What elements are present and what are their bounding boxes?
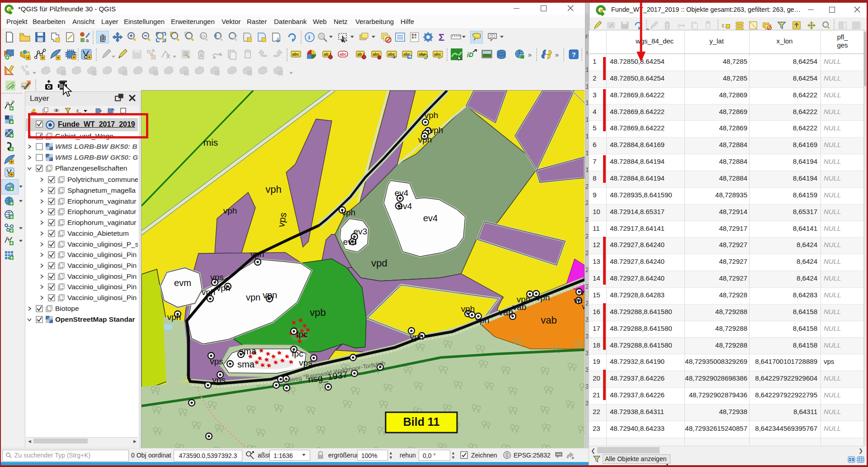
svg-text:vps: vps	[299, 358, 312, 367]
svg-text:ev3: ev3	[354, 227, 368, 236]
svg-text:vpn: vpn	[246, 292, 260, 302]
svg-text:v: v	[580, 288, 585, 297]
svg-text:ε: ε	[722, 22, 725, 29]
svg-text:vpd: vpd	[371, 257, 387, 269]
svg-text:vph: vph	[250, 249, 264, 259]
svg-text:?: ?	[572, 51, 576, 58]
svg-text:vpb: vpb	[310, 307, 326, 318]
svg-text:ab: ab	[357, 52, 362, 57]
svg-text:mis: mis	[203, 137, 218, 148]
svg-text:vpn: vpn	[263, 290, 277, 300]
svg-text:1:1: 1:1	[201, 34, 205, 38]
svg-text:vph: vph	[217, 283, 231, 293]
svg-text:vph: vph	[342, 208, 356, 217]
svg-text:vab: vab	[541, 315, 557, 326]
svg-text:ab: ab	[324, 52, 329, 57]
svg-text:iD: iD	[467, 51, 473, 58]
svg-text:vph: vph	[223, 206, 237, 215]
svg-text:ev3: ev3	[343, 237, 357, 247]
svg-text:ev4: ev4	[398, 201, 412, 211]
svg-text:sma: sma	[239, 346, 257, 356]
svg-text:abc: abc	[292, 52, 299, 57]
svg-text:vps: vps	[275, 212, 288, 228]
svg-text:vph: vph	[461, 304, 475, 314]
svg-text:vph: vph	[418, 135, 432, 144]
svg-text:vph: vph	[410, 332, 424, 342]
svg-text:T: T	[491, 34, 493, 38]
svg-text:vps: vps	[210, 357, 223, 366]
svg-text:vph: vph	[202, 287, 216, 297]
svg-text:sma: sma	[237, 359, 255, 369]
svg-text:v: v	[582, 303, 585, 310]
svg-text:vps: vps	[212, 375, 226, 385]
svg-text:ev4: ev4	[423, 213, 438, 223]
svg-text:vab: vab	[499, 307, 513, 317]
svg-text:vph: vph	[265, 184, 281, 195]
svg-text:evm: evm	[174, 278, 191, 288]
svg-text:fpc: fpc	[292, 349, 303, 358]
svg-text:vab: vab	[513, 302, 527, 312]
svg-text:Σ: Σ	[439, 32, 444, 43]
svg-text:Bild 11: Bild 11	[403, 415, 440, 428]
svg-text:va: va	[574, 296, 583, 305]
svg-text:vph: vph	[429, 125, 443, 135]
svg-text:vph: vph	[425, 110, 439, 120]
svg-text:fpc: fpc	[296, 329, 307, 339]
svg-text:vph: vph	[476, 315, 490, 325]
svg-text:a: a	[86, 38, 89, 43]
svg-text:abc: abc	[340, 52, 347, 57]
svg-text:vph: vph	[536, 293, 550, 302]
svg-text:i: i	[308, 34, 310, 41]
svg-text:ev4: ev4	[395, 188, 409, 198]
svg-text:vps: vps	[210, 272, 224, 282]
svg-text:vph: vph	[167, 312, 181, 322]
